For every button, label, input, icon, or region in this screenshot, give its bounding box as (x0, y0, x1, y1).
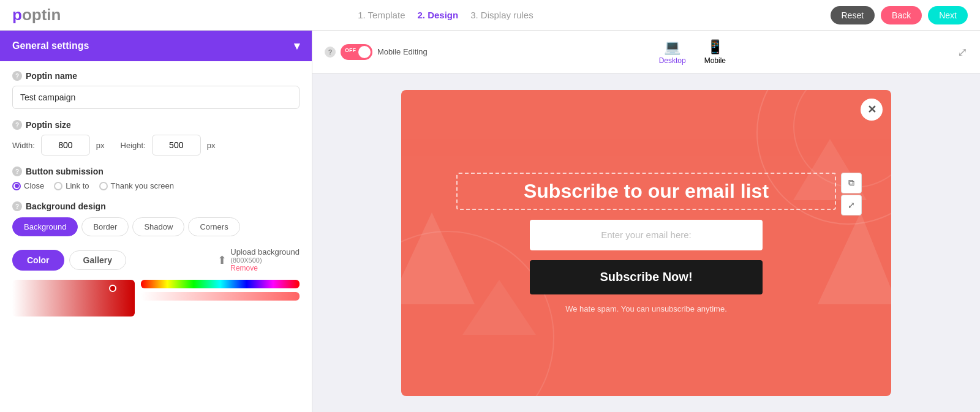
radio-link-to[interactable]: Link to (54, 181, 89, 190)
settings-header[interactable]: General settings ▾ (0, 31, 312, 61)
remove-link[interactable]: Remove (230, 264, 300, 272)
desktop-icon: 💻 (664, 39, 680, 55)
mobile-editing-toggle[interactable]: OFF (341, 44, 372, 60)
topbar-actions: Reset Back Next (831, 6, 968, 24)
button-submission-help-icon[interactable]: ? (12, 167, 22, 176)
poptin-name-help-icon[interactable]: ? (12, 71, 22, 81)
mobile-help-icon[interactable]: ? (325, 47, 336, 58)
width-unit: px (96, 141, 105, 150)
preview-area: ✕ Subscribe to our email list ⧉ ⤢ (312, 73, 980, 412)
device-switcher: 💻 Desktop 📱 Mobile (659, 39, 726, 65)
width-label: Width: (12, 141, 35, 150)
color-picker (12, 280, 300, 316)
upload-label[interactable]: Upload background (230, 247, 300, 257)
background-design-label: ? Background design (12, 201, 300, 211)
poptin-name-input[interactable] (12, 86, 300, 109)
preview-toolbar-right: ⤢ (957, 45, 968, 59)
expand-button[interactable]: ⤢ (957, 45, 968, 59)
poptin-name-label: ? Poptin name (12, 71, 300, 81)
width-input[interactable] (41, 135, 90, 155)
preview-toolbar: ? OFF Mobile Editing 💻 Desktop 📱 Mobile (312, 31, 980, 73)
height-label: Height: (121, 141, 146, 150)
resize-button[interactable]: ⤢ (841, 195, 862, 215)
tab-border[interactable]: Border (81, 217, 129, 236)
settings-body: ? Poptin name ? Poptin size Width: px He… (0, 61, 312, 326)
color-button[interactable]: Color (12, 250, 64, 271)
mobile-label: Mobile (704, 56, 726, 65)
main-layout: General settings ▾ ? Poptin name ? Popti… (0, 31, 980, 412)
height-unit: px (207, 141, 216, 150)
poptin-size-group: ? Poptin size Width: px Height: px (12, 120, 300, 155)
radio-group: Close Link to Thank you screen (12, 181, 300, 190)
background-design-group: ? Background design Background Border Sh… (12, 201, 300, 236)
settings-header-title: General settings (12, 40, 89, 51)
mobile-editing-label: Mobile Editing (377, 47, 428, 56)
tab-corners[interactable]: Corners (188, 217, 239, 236)
popup-title-selected[interactable]: Subscribe to our email list (456, 173, 836, 210)
color-gallery-row: Color Gallery ⬆ Upload background (800X5… (12, 247, 300, 272)
tab-background[interactable]: Background (12, 217, 78, 236)
desktop-label: Desktop (659, 56, 686, 65)
poptin-size-help-icon[interactable]: ? (12, 120, 22, 130)
poptin-size-label: ? Poptin size (12, 120, 300, 130)
popup-email-placeholder: Enter your email here: (601, 230, 692, 240)
toggle-off-text: OFF (345, 47, 356, 53)
copy-button[interactable]: ⧉ (841, 173, 862, 193)
poptin-name-group: ? Poptin name (12, 71, 300, 109)
topbar: poptin 1. Template 2. Design 3. Display … (0, 0, 980, 31)
radio-thank-you-dot (99, 182, 108, 190)
color-gradient[interactable] (12, 280, 135, 316)
alpha-bar[interactable] (141, 292, 300, 301)
background-design-help-icon[interactable]: ? (12, 201, 22, 211)
popup-title-actions: ⧉ ⤢ (841, 173, 862, 215)
preview-toolbar-left: ? OFF Mobile Editing (325, 44, 428, 60)
mobile-button[interactable]: 📱 Mobile (704, 39, 726, 65)
upload-area: ⬆ Upload background (800X500) Remove (217, 247, 300, 272)
radio-close-dot (12, 182, 21, 190)
color-spectrum-col (141, 280, 300, 301)
mobile-icon: 📱 (707, 39, 723, 55)
popup-subscribe-button[interactable]: Subscribe Now! (530, 260, 763, 294)
logo-text: poptin (12, 6, 61, 24)
steps: 1. Template 2. Design 3. Display rules (358, 10, 533, 20)
tab-shadow[interactable]: Shadow (132, 217, 184, 236)
logo: poptin (12, 6, 61, 24)
popup-spam-text: We hate spam. You can unsubscribe anytim… (565, 304, 727, 313)
button-submission-group: ? Button submission Close Link to Thank … (12, 167, 300, 190)
upload-icon: ⬆ (217, 253, 227, 267)
chevron-down-icon: ▾ (294, 39, 300, 53)
button-submission-label: ? Button submission (12, 167, 300, 176)
desktop-button[interactable]: 💻 Desktop (659, 39, 686, 65)
popup-title: Subscribe to our email list (524, 180, 769, 203)
background-tabs: Background Border Shadow Corners (12, 217, 300, 236)
popup-content: Subscribe to our email list ⧉ ⤢ Enter yo… (401, 160, 891, 326)
left-panel: General settings ▾ ? Poptin name ? Popti… (0, 31, 312, 412)
back-button[interactable]: Back (881, 6, 922, 24)
radio-link-dot (54, 182, 62, 190)
gallery-button[interactable]: Gallery (69, 250, 126, 270)
popup-title-wrapper-outer: Subscribe to our email list ⧉ ⤢ (456, 173, 836, 210)
popup-preview: ✕ Subscribe to our email list ⧉ ⤢ (401, 90, 891, 396)
size-row: Width: px Height: px (12, 135, 300, 155)
toggle-knob (358, 46, 371, 58)
spectrum-bar[interactable] (141, 280, 300, 288)
step-3: 3. Display rules (470, 10, 533, 20)
reset-button[interactable]: Reset (831, 6, 875, 24)
step-2: 2. Design (417, 10, 458, 20)
radio-thank-you[interactable]: Thank you screen (99, 181, 174, 190)
popup-email-field[interactable]: Enter your email here: (530, 220, 763, 250)
right-panel: ? OFF Mobile Editing 💻 Desktop 📱 Mobile (312, 31, 980, 412)
upload-sub: (800X500) (230, 257, 300, 264)
color-handle[interactable] (109, 285, 116, 292)
next-button[interactable]: Next (928, 6, 968, 24)
popup-close-button[interactable]: ✕ (861, 99, 883, 121)
step-1: 1. Template (358, 10, 405, 20)
height-input[interactable] (152, 135, 201, 155)
radio-close[interactable]: Close (12, 181, 44, 190)
